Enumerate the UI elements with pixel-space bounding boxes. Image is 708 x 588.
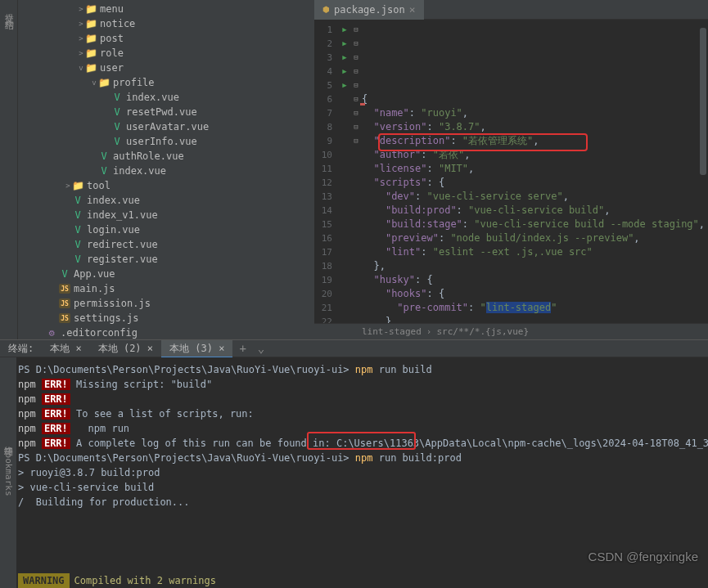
terminal-tab[interactable]: 本地 (3) × — [161, 340, 232, 358]
annotation-highlight — [378, 133, 588, 151]
bottom-tool-strip[interactable]: 终端 Bookmarks — [0, 357, 16, 588]
tree-item[interactable]: VApp.vue — [18, 267, 314, 281]
tab-label: package.json — [334, 4, 405, 16]
terminal-label: 终端: — [7, 339, 40, 358]
breadcrumb-item[interactable]: lint-staged — [362, 326, 422, 337]
watermark: CSDN @fengxingke — [588, 550, 698, 563]
breadcrumb[interactable]: lint-staged › src/**/*.{js,vue} — [314, 323, 708, 339]
bookmarks-tool-tab[interactable]: Bookmarks — [1, 447, 16, 496]
breadcrumb-item[interactable]: src/**/*.{js,vue} — [436, 326, 529, 337]
scrollbar[interactable] — [700, 28, 706, 175]
warning-text: Compiled with 2 warnings — [70, 573, 216, 588]
project-tree[interactable]: >📁menu>📁notice>📁post>📁rolev📁userv📁profil… — [18, 0, 314, 339]
tree-item[interactable]: JSmain.js — [18, 281, 314, 296]
terminal-dropdown[interactable]: ⌄ — [253, 342, 269, 355]
tree-item[interactable]: v📁user — [18, 61, 314, 75]
tree-item[interactable]: VresetPwd.vue — [18, 105, 314, 119]
tree-item[interactable]: Vindex.vue — [18, 164, 314, 178]
tree-item[interactable]: VauthRole.vue — [18, 149, 314, 164]
run-gutter[interactable]: ▶▶▶▶▶ — [339, 20, 350, 323]
json-icon: ⬢ — [322, 5, 330, 14]
editor-pane: ⬢ package.json × 12345678910111213141516… — [314, 0, 708, 339]
tree-item[interactable]: Vindex.vue — [18, 193, 314, 208]
tree-item[interactable]: >📁tool — [18, 178, 314, 193]
tree-item[interactable]: Vindex_v1.vue — [18, 208, 314, 222]
build-status: WARNING Compiled with 2 warnings — [18, 573, 708, 588]
tree-item[interactable]: JSsettings.js — [18, 311, 314, 325]
tree-item[interactable]: v📁profile — [18, 75, 314, 90]
terminal-tabs[interactable]: 终端: 本地 ×本地 (2) ×本地 (3) × + ⌄ — [0, 339, 708, 357]
tab-package-json[interactable]: ⬢ package.json × — [314, 0, 424, 20]
fold-gutter[interactable]: ⊟⊟⊟⊟⊟⊟⊟⊟⊟ — [350, 20, 362, 323]
close-icon[interactable]: × — [409, 3, 416, 16]
tree-item[interactable]: >📁notice — [18, 16, 314, 31]
terminal-tab[interactable]: 本地 (2) × — [90, 340, 161, 357]
line-numbers: 12345678910111213141516171819202122 — [314, 20, 339, 323]
code-content[interactable]: { "name": "ruoyi", "version": "3.8.7", "… — [362, 20, 708, 323]
tree-item[interactable]: >📁menu — [18, 2, 314, 16]
tree-item[interactable]: VuserInfo.vue — [18, 134, 314, 149]
tree-item[interactable]: >📁post — [18, 31, 314, 46]
tree-item[interactable]: JSpermission.js — [18, 296, 314, 311]
error-stripe — [360, 103, 365, 105]
editor-tabs[interactable]: ⬢ package.json × — [314, 0, 708, 20]
tree-item[interactable]: Vregister.vue — [18, 252, 314, 267]
warning-badge: WARNING — [18, 573, 70, 588]
tree-item[interactable]: ⚙.editorconfig — [18, 325, 314, 339]
annotation-highlight — [307, 432, 416, 450]
add-terminal-button[interactable]: + — [234, 342, 250, 355]
tree-item[interactable]: Vindex.vue — [18, 90, 314, 105]
terminal-tab[interactable]: 本地 × — [42, 340, 89, 357]
tree-item[interactable]: Vredirect.vue — [18, 237, 314, 252]
tree-item[interactable]: VuserAvatar.vue — [18, 119, 314, 134]
tree-item[interactable]: Vlogin.vue — [18, 222, 314, 237]
left-tool-strip[interactable]: 提交 结构 — [0, 0, 18, 339]
chevron-right-icon: › — [426, 326, 432, 337]
tree-item[interactable]: >📁role — [18, 46, 314, 61]
